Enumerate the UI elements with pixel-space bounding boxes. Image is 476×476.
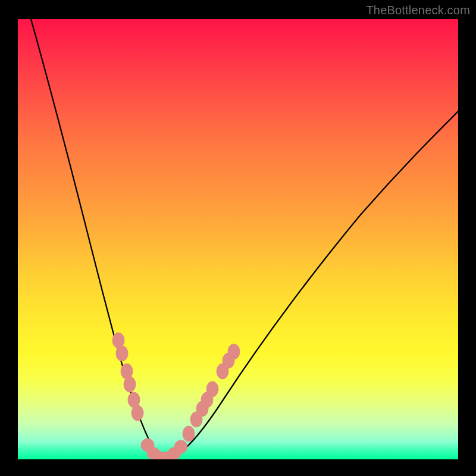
bottleneck-curve <box>31 19 458 459</box>
svg-point-19 <box>228 344 240 359</box>
plot-area <box>18 19 458 459</box>
chart-type: line <box>0 0 1 1</box>
svg-point-3 <box>124 377 136 392</box>
chart-data-dump: line 33 <box>0 0 1 1</box>
chart-stage: TheBottleneck.com <box>0 0 476 476</box>
overlay-svg <box>18 19 458 459</box>
svg-point-5 <box>131 405 143 421</box>
svg-point-16 <box>206 381 218 397</box>
watermark-text: TheBottleneck.com <box>366 4 470 17</box>
marker-dots <box>112 333 240 459</box>
svg-point-1 <box>116 346 128 361</box>
svg-point-11 <box>174 440 187 453</box>
svg-point-12 <box>183 426 195 441</box>
